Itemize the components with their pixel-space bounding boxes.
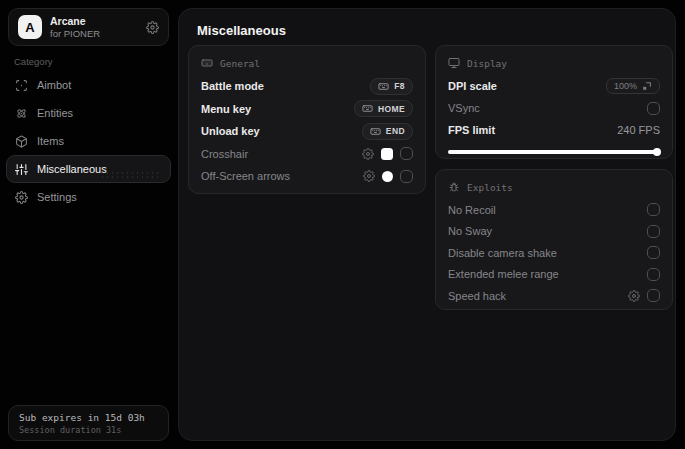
setting-row-fps-limit: FPS limit 240 FPS	[448, 119, 660, 141]
speed-hack-checkbox[interactable]	[647, 289, 660, 302]
box-icon	[15, 135, 28, 148]
setting-label: FPS limit	[448, 124, 495, 136]
setting-row-unload-key: Unload key END	[201, 120, 413, 143]
extended-melee-range-checkbox[interactable]	[647, 268, 660, 281]
setting-row-vsync: VSync	[448, 98, 660, 120]
keyboard-icon	[378, 81, 389, 92]
color-swatch[interactable]	[382, 171, 393, 182]
exploits-card: Exploits No Recoil No Sway Disable camer…	[435, 169, 673, 310]
setting-row-extended-melee-range: Extended melee range	[448, 264, 660, 286]
bug-icon	[448, 181, 460, 193]
app-window: A Arcane for PIONER Category Aimbot	[0, 0, 685, 449]
section-title: Display	[467, 58, 507, 69]
sub-expiry-text: Sub expires in 15d 03h	[19, 412, 158, 423]
page-title: Miscellaneous	[197, 23, 286, 38]
display-card: Display DPI scale 100% VSync	[435, 45, 673, 159]
keybind-value: F8	[394, 81, 405, 91]
setting-label: No Recoil	[448, 204, 496, 216]
gear-icon[interactable]	[628, 290, 640, 302]
sidebar-item-items[interactable]: Items	[6, 127, 171, 155]
disable-camera-shake-checkbox[interactable]	[647, 246, 660, 259]
keybind-value: END	[386, 126, 405, 136]
fps-slider-fill	[448, 150, 660, 154]
keybind-button-unload-key[interactable]: END	[362, 123, 413, 140]
gear-icon[interactable]	[146, 21, 159, 34]
keyboard-icon	[362, 103, 373, 114]
setting-label: Crosshair	[201, 148, 248, 160]
sidebar-item-label: Aimbot	[37, 79, 71, 91]
dpi-scale-button[interactable]: 100%	[606, 78, 660, 94]
setting-label: Disable camera shake	[448, 247, 557, 259]
scan-icon	[15, 79, 28, 92]
fps-limit-slider[interactable]	[448, 148, 660, 156]
setting-row-menu-key: Menu key HOME	[201, 98, 413, 121]
setting-row-no-sway: No Sway	[448, 221, 660, 243]
main-panel: Miscellaneous General Battle mode F8	[178, 8, 676, 441]
sliders-icon	[15, 163, 28, 176]
setting-row-no-recoil: No Recoil	[448, 199, 660, 221]
keybind-button-battle-mode[interactable]: F8	[370, 78, 413, 95]
offscreen-arrows-checkbox[interactable]	[400, 170, 413, 183]
crosshair-checkbox[interactable]	[400, 147, 413, 160]
app-logo: A	[18, 15, 42, 39]
gear-icon[interactable]	[363, 170, 375, 182]
sidebar-item-label: Miscellaneous	[37, 163, 107, 175]
scale-icon	[642, 81, 652, 91]
keybind-value: HOME	[378, 104, 405, 114]
sidebar-item-settings[interactable]: Settings	[6, 183, 171, 211]
display-rows: DPI scale 100% VSync FPS limit 240 FPS	[448, 75, 660, 156]
sidebar-item-miscellaneous[interactable]: Miscellaneous	[6, 155, 171, 183]
dpi-scale-value: 100%	[614, 81, 637, 91]
app-subtitle: for PIONER	[50, 28, 138, 40]
slider-knob[interactable]	[653, 148, 661, 156]
setting-label: DPI scale	[448, 80, 497, 92]
app-meta: Arcane for PIONER	[50, 15, 138, 40]
setting-row-disable-camera-shake: Disable camera shake	[448, 242, 660, 264]
setting-label: Battle mode	[201, 80, 264, 92]
setting-label: Unload key	[201, 125, 260, 137]
sidebar-item-aimbot[interactable]: Aimbot	[6, 71, 171, 99]
session-duration-text: Session duration 31s	[19, 425, 158, 435]
no-recoil-checkbox[interactable]	[647, 203, 660, 216]
app-header-card: A Arcane for PIONER	[8, 8, 169, 46]
app-name: Arcane	[50, 15, 138, 28]
color-swatch[interactable]	[381, 148, 393, 160]
category-label: Category	[14, 56, 53, 67]
setting-row-battle-mode: Battle mode F8	[201, 75, 413, 98]
section-title: Exploits	[467, 182, 513, 193]
setting-label: No Sway	[448, 225, 492, 237]
vsync-checkbox[interactable]	[647, 102, 660, 115]
exploits-card-header: Exploits	[448, 180, 660, 194]
general-rows: Battle mode F8 Menu key HOME	[201, 75, 413, 188]
atom-icon	[15, 107, 28, 120]
setting-label: Off-Screen arrows	[201, 170, 290, 182]
exploits-rows: No Recoil No Sway Disable camera shake E…	[448, 199, 660, 307]
sidebar-nav: Aimbot Entities Items Miscellaneous	[6, 71, 171, 211]
general-card-header: General	[201, 56, 413, 70]
setting-row-offscreen-arrows: Off-Screen arrows	[201, 165, 413, 188]
setting-label: Speed hack	[448, 290, 506, 302]
setting-row-crosshair: Crosshair	[201, 143, 413, 166]
gear-icon	[15, 191, 28, 204]
dots-decoration	[100, 171, 162, 180]
keyboard-icon	[201, 57, 213, 69]
fps-limit-value: 240 FPS	[617, 124, 660, 136]
monitor-icon	[448, 57, 460, 69]
keyboard-icon	[370, 126, 381, 137]
sidebar-item-entities[interactable]: Entities	[6, 99, 171, 127]
display-card-header: Display	[448, 56, 660, 70]
subscription-card: Sub expires in 15d 03h Session duration …	[8, 405, 169, 441]
sidebar-item-label: Items	[37, 135, 64, 147]
general-card: General Battle mode F8 Menu key	[188, 45, 426, 194]
setting-row-speed-hack: Speed hack	[448, 285, 660, 307]
sidebar-item-label: Entities	[37, 107, 73, 119]
setting-label: Extended melee range	[448, 268, 559, 280]
no-sway-checkbox[interactable]	[647, 225, 660, 238]
keybind-button-menu-key[interactable]: HOME	[354, 100, 413, 117]
sidebar-item-label: Settings	[37, 191, 77, 203]
section-title: General	[220, 58, 260, 69]
setting-label: VSync	[448, 102, 480, 114]
gear-icon[interactable]	[362, 148, 374, 160]
sidebar: A Arcane for PIONER Category Aimbot	[0, 0, 178, 449]
setting-label: Menu key	[201, 103, 251, 115]
